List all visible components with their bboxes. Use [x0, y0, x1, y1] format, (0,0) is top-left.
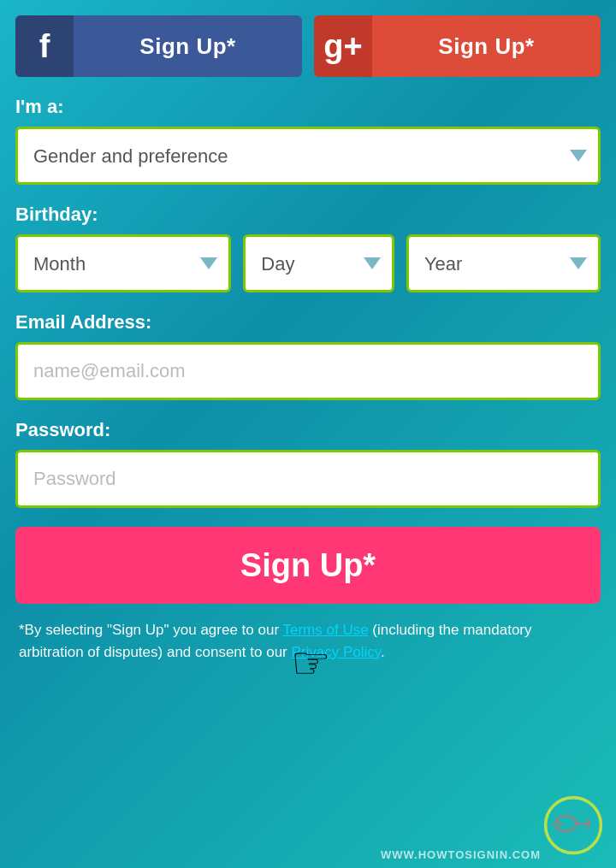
google-icon: g+ [314, 15, 372, 77]
password-label: Password: [15, 419, 601, 441]
email-input[interactable] [15, 342, 601, 400]
watermark [542, 794, 604, 856]
facebook-icon: f [15, 15, 74, 77]
birthday-row: MonthJanuaryFebruaryMarchAprilMayJuneJul… [15, 234, 601, 292]
signup-button[interactable]: Sign Up* [15, 527, 601, 604]
watermark-url: WWW.HOWTOSIGNIN.COM [381, 848, 541, 861]
birthday-section: Birthday: MonthJanuaryFebruaryMarchApril… [15, 204, 601, 292]
year-select-wrapper: Year202620252024202320222021202020192018… [406, 234, 601, 292]
password-input[interactable] [15, 450, 601, 508]
footer-after: . [381, 644, 385, 660]
email-section: Email Address: [15, 311, 601, 400]
google-signup-label: Sign Up* [372, 33, 601, 60]
footer-text: *By selecting "Sign Up" you agree to our… [15, 619, 601, 663]
watermark-logo-icon [542, 794, 604, 856]
birthday-label: Birthday: [15, 204, 601, 226]
day-select[interactable]: Day1234567891011121314151617181920212223… [243, 234, 394, 292]
email-label: Email Address: [15, 311, 601, 334]
facebook-signup-button[interactable]: f Sign Up* [15, 15, 302, 77]
social-buttons-row: f Sign Up* g+ Sign Up* [15, 15, 601, 77]
facebook-signup-label: Sign Up* [74, 33, 302, 60]
footer-before: *By selecting "Sign Up" you agree to our [19, 622, 283, 638]
terms-of-use-link[interactable]: Terms of Use [283, 622, 369, 638]
month-select-wrapper: MonthJanuaryFebruaryMarchAprilMayJuneJul… [15, 234, 231, 292]
year-select[interactable]: Year202620252024202320222021202020192018… [406, 234, 601, 292]
google-signup-button[interactable]: g+ Sign Up* [314, 15, 601, 77]
day-select-wrapper: Day1234567891011121314151617181920212223… [243, 234, 394, 292]
svg-point-2 [558, 822, 562, 826]
privacy-policy-link[interactable]: Privacy Policy [291, 644, 381, 660]
password-section: Password: [15, 419, 601, 508]
im-a-label: I'm a: [15, 96, 601, 118]
month-select[interactable]: MonthJanuaryFebruaryMarchAprilMayJuneJul… [15, 234, 231, 292]
gender-select[interactable]: Gender and preference Man seeking Woman … [15, 127, 601, 185]
gender-select-wrapper: Gender and preference Man seeking Woman … [15, 127, 601, 185]
